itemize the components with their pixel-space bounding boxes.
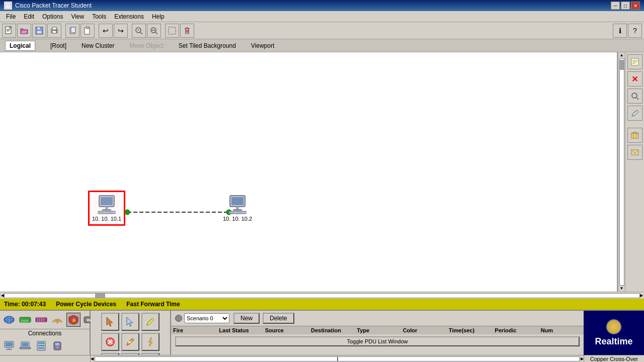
power-cycle-btn[interactable]: Power Cycle Devices <box>56 301 116 308</box>
tool-pencil[interactable] <box>141 313 159 331</box>
minimize-button[interactable]: ─ <box>611 2 620 10</box>
pdu-col-destination: Destination <box>311 327 352 333</box>
svg-point-72 <box>57 322 58 324</box>
ws-logical-tab[interactable]: Logical <box>5 41 35 51</box>
pdu-delete-btn[interactable]: Delete <box>263 313 294 324</box>
dev-laptop[interactable] <box>18 339 32 353</box>
rp-envelope[interactable] <box>627 145 642 160</box>
menu-options[interactable]: Options <box>38 12 67 21</box>
vertical-scrollbar[interactable]: ▲ ▼ <box>618 52 625 292</box>
dev-pc[interactable] <box>2 339 16 353</box>
dev-wireless[interactable] <box>50 313 64 327</box>
tool-select[interactable] <box>101 313 119 331</box>
dev-hub[interactable] <box>34 313 48 327</box>
ws-new-cluster[interactable]: New Cluster <box>82 42 114 49</box>
computer2[interactable]: 10. 10. 10.2 <box>223 195 252 222</box>
pdu-panel: Scenario 0 New Delete Fire Last Status S… <box>171 311 584 355</box>
svg-rect-78 <box>8 347 11 349</box>
bottom-hscroll[interactable]: ◀ ▶ <box>91 355 584 362</box>
connections-label: Connections <box>0 329 90 337</box>
tool-lightning[interactable] <box>141 333 159 351</box>
status-bar: Time: 00:07:43 Power Cycle Devices Fast … <box>0 299 644 310</box>
hscroll2-left[interactable]: ◀ <box>91 357 94 361</box>
tb-redo[interactable]: ↪ <box>114 24 128 38</box>
svg-text:🔒: 🔒 <box>71 317 76 322</box>
tb-zoom-in[interactable] <box>132 24 146 38</box>
pdu-col-color: Color <box>403 327 444 333</box>
hscroll-thumb[interactable] <box>95 294 105 298</box>
menu-edit[interactable]: Edit <box>20 12 38 21</box>
rp-package[interactable] <box>627 128 642 143</box>
dev-security[interactable]: 🔒 <box>66 313 80 327</box>
pdu-toggle-btn[interactable]: Toggle PDU List Window <box>175 336 580 346</box>
dev-router[interactable] <box>2 313 16 327</box>
tool-inspect[interactable] <box>121 333 139 351</box>
menu-bar: File Edit Options View Tools Extensions … <box>0 11 644 22</box>
title-bar: 🖧 Cisco Packet Tracer Student ─ □ ✕ <box>0 0 644 11</box>
svg-rect-38 <box>231 197 244 205</box>
copper-crossover-label: Copper Cross-Over <box>584 355 644 362</box>
tb-question[interactable]: ? <box>628 24 642 38</box>
maximize-button[interactable]: □ <box>621 2 630 10</box>
menu-view[interactable]: View <box>67 12 88 21</box>
svg-rect-77 <box>6 342 13 346</box>
svg-point-48 <box>632 93 637 98</box>
svg-rect-9 <box>52 31 56 33</box>
rp-zoom[interactable] <box>627 88 642 104</box>
tb-copy[interactable] <box>65 24 79 38</box>
hscroll-track[interactable] <box>4 293 640 298</box>
tb-select[interactable] <box>165 24 179 38</box>
pdu-new-btn[interactable]: New <box>233 313 260 324</box>
svg-rect-12 <box>71 27 75 33</box>
tb-print[interactable] <box>47 24 61 38</box>
vscroll-thumb[interactable] <box>620 60 624 70</box>
menu-extensions[interactable]: Extensions <box>110 12 148 21</box>
tb-info[interactable]: ℹ <box>613 24 627 38</box>
svg-rect-43 <box>236 212 244 213</box>
vscroll-down[interactable]: ▼ <box>620 287 624 291</box>
window-controls: ─ □ ✕ <box>611 2 640 10</box>
ws-viewport[interactable]: Viewport <box>251 42 274 49</box>
ws-set-tiled[interactable]: Set Tiled Background <box>179 42 236 49</box>
hscroll2-track[interactable] <box>95 356 580 361</box>
dev-ip-phone[interactable] <box>50 339 64 353</box>
rp-delete[interactable]: ✕ <box>627 71 642 86</box>
menu-file[interactable]: File <box>2 12 20 21</box>
close-button[interactable]: ✕ <box>631 2 640 10</box>
tool-move[interactable] <box>121 313 139 331</box>
tb-undo[interactable]: ↩ <box>99 24 113 38</box>
svg-line-18 <box>140 32 142 34</box>
canvas-area: 10. 10. 10.1 <box>0 52 644 299</box>
tb-open[interactable] <box>17 24 31 38</box>
scenario-dropdown[interactable]: Scenario 0 <box>184 313 229 323</box>
canvas[interactable]: 10. 10. 10.1 <box>0 52 618 292</box>
tb-save[interactable] <box>32 24 46 38</box>
rp-note[interactable] <box>627 54 642 69</box>
computer1[interactable]: 10. 10. 10.1 <box>92 195 121 222</box>
rp-draw[interactable] <box>627 106 642 121</box>
tb-new[interactable] <box>2 24 16 38</box>
tool-delete[interactable] <box>101 333 119 351</box>
menu-help[interactable]: Help <box>148 12 169 21</box>
svg-marker-52 <box>631 132 638 133</box>
svg-rect-14 <box>86 27 89 29</box>
tb-clipboard[interactable] <box>80 24 95 38</box>
menu-tools[interactable]: Tools <box>88 12 110 21</box>
tb-zoom-out[interactable] <box>147 24 161 38</box>
selection-box <box>88 191 125 226</box>
vscroll-up[interactable]: ▲ <box>620 53 624 57</box>
device-icons-top: 🔒 WAN <box>0 311 90 329</box>
dev-server[interactable] <box>34 339 48 353</box>
svg-point-88 <box>43 345 44 346</box>
svg-line-49 <box>636 98 638 100</box>
realtime-indicator <box>606 319 621 334</box>
canvas-with-scroll: 10. 10. 10.1 <box>0 52 644 299</box>
hscroll-right[interactable]: ▶ <box>640 294 643 298</box>
dev-switch[interactable] <box>18 313 32 327</box>
tb-delete[interactable] <box>180 24 194 38</box>
fast-forward-btn[interactable]: Fast Forward Time <box>126 301 180 308</box>
app-icon: 🖧 <box>4 2 12 10</box>
horizontal-scrollbar[interactable]: ◀ ▶ <box>0 292 644 299</box>
vscroll-track[interactable] <box>619 58 624 286</box>
ws-root[interactable]: [Root] <box>50 42 66 49</box>
